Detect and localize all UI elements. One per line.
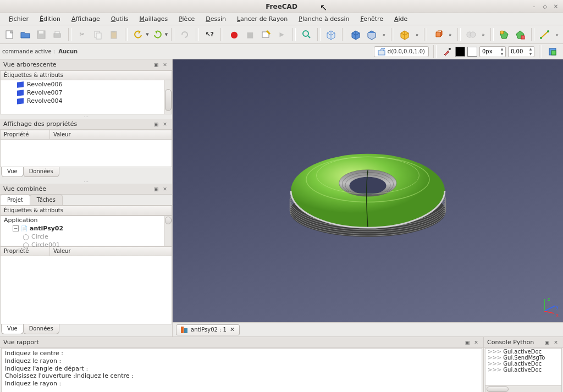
menu-drawing[interactable]: Planche à dessin [294, 14, 354, 24]
boolean-button[interactable] [464, 27, 479, 42]
menu-help[interactable]: Aide [390, 14, 412, 24]
mesh-color-button[interactable] [513, 27, 528, 42]
line-width-input[interactable]: ▲▼ [479, 46, 506, 57]
copy-button[interactable] [91, 27, 106, 42]
feature-icon [17, 98, 24, 104]
mesh-button[interactable] [497, 27, 512, 42]
open-button[interactable] [18, 27, 33, 42]
line-color-swatch[interactable] [455, 47, 465, 57]
redo-dropdown[interactable]: ▼ [165, 32, 168, 37]
print-button[interactable] [50, 27, 65, 42]
new-button[interactable] [2, 27, 17, 42]
tab-data-2[interactable]: Données [23, 324, 59, 334]
document-tab[interactable]: antiPsy02 : 1 ✕ [176, 324, 240, 335]
svg-rect-2 [39, 31, 43, 34]
toolbar-overflow-5[interactable]: » [554, 32, 561, 37]
tab-view[interactable]: Vue [1, 167, 24, 177]
menu-meshes[interactable]: Maillages [135, 14, 173, 24]
view-top-button[interactable] [365, 27, 379, 42]
active-command-value: Aucun [58, 48, 78, 54]
menu-edit[interactable]: Édition [35, 14, 65, 24]
save-button[interactable] [34, 27, 49, 42]
report-close[interactable]: ✕ [472, 339, 480, 346]
expander-icon[interactable]: − [13, 225, 19, 231]
report-view[interactable]: Indiquez le centre : Indiquez le rayon :… [1, 348, 482, 392]
combo-tabs: Projet Tâches [0, 195, 172, 206]
redo-button[interactable] [150, 27, 165, 42]
tab-close-icon[interactable]: ✕ [230, 326, 235, 333]
close-button[interactable]: × [552, 3, 560, 10]
menu-ray[interactable]: Lancer de Rayon [233, 14, 292, 24]
feature-icon [17, 81, 24, 88]
axonometric-button[interactable] [324, 27, 339, 42]
circle-icon: ◯ [23, 234, 29, 240]
menu-tools[interactable]: Outils [107, 14, 133, 24]
refresh-button[interactable] [178, 27, 192, 42]
svg-point-12 [470, 32, 476, 37]
view-front-button[interactable] [349, 27, 363, 42]
combo-tree[interactable]: Application −📄antiPsy02 ◯Circle ◯Circle0… [0, 216, 172, 246]
circle-icon: ◯ [23, 242, 29, 249]
combo-column-header[interactable]: Étiquettes & attributs [0, 206, 172, 216]
tree-panel-close[interactable]: ✕ [161, 61, 169, 69]
paste-button[interactable] [107, 27, 122, 42]
menu-draft[interactable]: Dessin [201, 14, 230, 24]
working-plane-button[interactable]: d(0.0,0.0,1.0) [374, 46, 429, 57]
menu-file[interactable]: Fichier [4, 14, 33, 24]
part-box-button[interactable] [398, 27, 412, 42]
fit-all-button[interactable] [299, 27, 314, 42]
toolbar-main: ✂ ▼ ▼ ↖? ● ■ ▶ » » » » » [0, 25, 563, 44]
cut-button[interactable]: ✂ [75, 27, 90, 42]
color-picker-button[interactable] [441, 46, 453, 58]
part-extrude-button[interactable] [430, 27, 445, 42]
property-panel-header: Affichage des propriétés ▣✕ [0, 119, 172, 130]
tab-data[interactable]: Données [23, 167, 59, 177]
console-float[interactable]: ▣ [543, 339, 551, 346]
svg-point-16 [547, 30, 549, 32]
prop-panel-close[interactable]: ✕ [161, 120, 169, 128]
font-size-input[interactable]: ▲▼ [508, 46, 534, 57]
undo-button[interactable] [131, 27, 146, 42]
menu-view[interactable]: Affichage [67, 14, 104, 24]
macro-record-button[interactable]: ● [227, 27, 241, 42]
3d-viewport[interactable]: zyx [173, 59, 563, 322]
tab-view-2[interactable]: Vue [1, 324, 24, 334]
tree-item: Revolve007 [1, 89, 172, 97]
document-tabs: antiPsy02 : 1 ✕ [173, 322, 563, 336]
menu-window[interactable]: Fenêtre [356, 14, 388, 24]
python-console[interactable]: >>> Gui.activeDoc >>> Gui.SendMsgTo >>> … [485, 348, 562, 392]
svg-rect-20 [551, 51, 556, 55]
console-panel-header: Console Python ▣✕ [484, 337, 563, 348]
console-close[interactable]: ✕ [552, 339, 560, 346]
tab-tasks[interactable]: Tâches [30, 195, 63, 205]
toolbar-overflow-1[interactable]: » [380, 32, 388, 37]
toolbar-secondary: commande active : Aucun d(0.0,0.0,1.0) ▲… [0, 44, 563, 59]
toolbar-overflow-2[interactable]: » [413, 32, 421, 37]
svg-rect-17 [378, 51, 385, 55]
active-command-label: commande active : [2, 48, 55, 54]
menu-part[interactable]: Pièce [174, 14, 199, 24]
toolbar-overflow-3[interactable]: » [446, 32, 454, 37]
tree-panel-float[interactable]: ▣ [152, 61, 160, 69]
prop-panel-float[interactable]: ▣ [152, 120, 160, 128]
combo-panel-close[interactable]: ✕ [161, 185, 169, 193]
svg-point-33 [349, 177, 386, 195]
apply-style-button[interactable] [547, 46, 559, 58]
tree-view[interactable]: Revolve006 Revolve007 Revolve004 [0, 80, 172, 114]
report-float[interactable]: ▣ [463, 339, 471, 346]
svg-point-13 [500, 31, 504, 34]
minimize-button[interactable]: – [530, 3, 538, 10]
toolbar-overflow-4[interactable]: » [480, 32, 488, 37]
whats-this-button[interactable]: ↖? [202, 27, 217, 42]
maximize-button[interactable]: ◇ [541, 3, 549, 10]
tab-project[interactable]: Projet [0, 195, 30, 205]
svg-rect-39 [181, 327, 184, 333]
tree-column-header[interactable]: Étiquettes & attributs [0, 70, 172, 80]
undo-dropdown[interactable]: ▼ [146, 32, 148, 37]
macro-play-button[interactable]: ▶ [274, 27, 289, 42]
face-color-swatch[interactable] [467, 47, 477, 57]
combo-panel-float[interactable]: ▣ [152, 185, 160, 193]
macro-stop-button[interactable]: ■ [242, 27, 257, 42]
macro-edit-button[interactable] [258, 27, 273, 42]
draft-line-button[interactable] [538, 27, 553, 42]
